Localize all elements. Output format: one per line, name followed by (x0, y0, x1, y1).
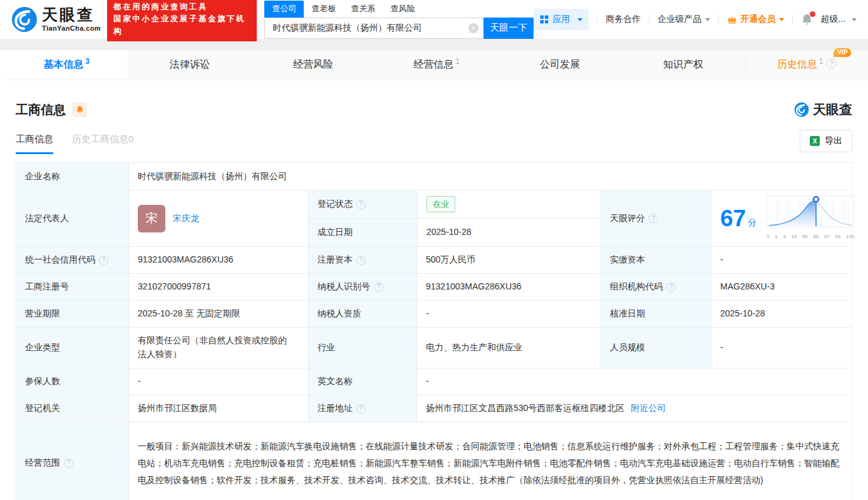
apps-menu[interactable]: 应用 (534, 9, 589, 30)
credit-code-label: 统一社会信用代码 (16, 247, 128, 273)
nearby-companies-link[interactable]: 附近公司 (631, 402, 666, 415)
legal-rep-name-link[interactable]: 宋庆龙 (173, 212, 199, 226)
search-tab-relation[interactable]: 查关系 (343, 1, 383, 18)
score-distribution-chart: 01 315 5085 9799 100 (767, 195, 854, 241)
table-row: 工商注册号 321027000997871 纳税人识别号 91321003MAG… (16, 273, 852, 300)
table-row: 登记机关 扬州市邗江区数据局 注册地址 扬州市邗江区文昌西路530号西部客运枢纽… (16, 395, 852, 422)
tab-operation-risk[interactable]: 经营风险 (251, 50, 375, 80)
watermark-logo: 天眼查 (794, 101, 852, 118)
chevron-down-icon (852, 18, 857, 21)
search-tab-boss[interactable]: 查老板 (304, 1, 343, 18)
divider (792, 15, 793, 24)
address-value: 扬州市邗江区文昌西路530号西部客运枢纽四楼北区 附近公司 (416, 395, 852, 422)
score-unit: 分 (748, 216, 757, 230)
search-box: 天眼一下 (264, 18, 534, 39)
business-term-value: 2025-10-28 至 无固定期限 (128, 301, 308, 327)
insured-label: 参保人数 (16, 368, 128, 395)
help-icon[interactable] (356, 256, 366, 265)
company-type-label: 企业类型 (16, 328, 128, 368)
help-icon[interactable] (356, 200, 366, 209)
search-input[interactable] (265, 18, 468, 38)
search-tab-risk[interactable]: 查风险 (383, 1, 422, 18)
business-info-table: 企业名称 时代骐骥新能源科技（扬州）有限公司 法定代表人 宋 宋庆龙 登记状态 … (16, 162, 852, 500)
scope-value: 一般项目：新兴能源技术研发；新能源汽车换电设施销售；在线能源计量技术研发；合同能… (128, 422, 852, 500)
table-subrow: 成立日期 2025-10-28 (309, 218, 601, 246)
table-row: 企业名称 时代骐骥新能源科技（扬州）有限公司 (16, 163, 852, 190)
search-tab-company[interactable]: 查公司 (264, 1, 304, 18)
notifications-bell[interactable] (801, 13, 813, 26)
chevron-down-icon (779, 18, 784, 21)
subtab-history-business-info[interactable]: 历史工商信息0 (72, 133, 133, 152)
company-tabbar: 基本信息 3 法律诉讼 经营风险 经营信息 1 公司发展 知识产权 历史信息 1… (5, 50, 868, 80)
table-row: 经营范围 一般项目：新兴能源技术研发；新能源汽车换电设施销售；在线能源计量技术研… (16, 422, 852, 500)
paid-capital-value: - (711, 247, 852, 273)
brand-slogan: 都在用的商业查询工具 国家中小企业发展子基金旗下机构 (107, 0, 257, 41)
insured-value: - (128, 368, 308, 395)
search-tabs: 查公司 查老板 查关系 查风险 (264, 1, 534, 18)
industry-label: 行业 (308, 328, 416, 368)
staff-size-value: - (711, 328, 852, 368)
score-axis-ticks: 01 315 5085 9799 100 (767, 233, 854, 241)
tianyancha-logo[interactable]: 天眼查 TianYanCha.com (11, 6, 101, 33)
help-icon[interactable] (64, 459, 73, 468)
reg-status-value: 在业 (417, 190, 601, 218)
tab-count: 3 (85, 57, 90, 66)
legal-rep-value: 宋 宋庆龙 (128, 190, 308, 246)
chevron-down-icon (705, 18, 710, 21)
company-type-value: 有限责任公司（非自然人投资或控股的法人独资） (128, 328, 308, 368)
subtab-business-info[interactable]: 工商信息 (16, 133, 53, 154)
org-code-label: 组织机构代码 (601, 274, 711, 300)
tab-company-development[interactable]: 公司发展 (498, 50, 621, 80)
excel-icon (810, 136, 820, 146)
status-date-stack: 登记状态 在业 成立日期 2025-10-28 (308, 190, 601, 246)
staff-size-label: 人员规模 (601, 328, 711, 368)
table-row: 统一社会信用代码 91321003MAG286XU36 注册资本 500万人民币… (16, 246, 852, 273)
reg-number-label: 工商注册号 (16, 274, 128, 300)
search-area: 查公司 查老板 查关系 查风险 天眼一下 (264, 1, 534, 39)
status-badge: 在业 (426, 196, 455, 212)
table-subrow: 登记状态 在业 (309, 190, 601, 218)
help-icon[interactable] (649, 214, 658, 223)
notification-dot (810, 11, 815, 17)
help-icon[interactable] (666, 283, 676, 292)
company-name-value: 时代骐骥新能源科技（扬州）有限公司 (128, 163, 852, 190)
approval-date-label: 核准日期 (601, 301, 711, 327)
header-nav: 应用 商务合作 企业级产品 开通会员 (534, 9, 857, 30)
export-button[interactable]: 导出 (800, 130, 852, 152)
credit-code-value: 91321003MAG286XU36 (128, 247, 308, 273)
registry-label: 登记机关 (16, 395, 128, 422)
tab-history-info[interactable]: 历史信息 1 VIP (745, 50, 868, 80)
taxpayer-quality-value: - (416, 301, 601, 327)
table-row: 企业类型 有限责任公司（非自然人投资或控股的法人独资） 行业 电力、热力生产和供… (16, 327, 852, 368)
brand-name: 天眼查 (42, 7, 101, 23)
score-label: 天眼评分 (601, 190, 711, 246)
tab-count: 1 (455, 57, 460, 66)
taxpayer-id-value: 91321003MAG286XU36 (416, 274, 601, 300)
nav-enterprise-products[interactable]: 企业级产品 (658, 14, 710, 25)
tab-operation-info[interactable]: 经营信息 1 (375, 50, 498, 80)
tab-legal-litigation[interactable]: 法律诉讼 (128, 50, 251, 80)
help-icon[interactable] (99, 256, 108, 265)
org-code-value: MAG286XU-3 (711, 274, 852, 300)
help-icon[interactable] (374, 283, 383, 292)
search-button[interactable]: 天眼一下 (483, 18, 534, 39)
score-value: 67 (720, 207, 746, 230)
reg-status-label: 登记状态 (309, 190, 417, 218)
logo-swirl-icon (794, 102, 809, 117)
nav-user-menu[interactable]: 超级... (820, 14, 857, 25)
tab-basic-info[interactable]: 基本信息 3 (5, 50, 128, 80)
clear-search-icon[interactable] (468, 23, 478, 33)
nav-business-cooperation[interactable]: 商务合作 (606, 14, 641, 25)
help-icon[interactable] (356, 404, 366, 414)
help-icon[interactable] (827, 59, 836, 68)
tab-intellectual-property[interactable]: 知识产权 (621, 50, 745, 80)
section-header: 工商信息 天眼查 (16, 101, 852, 118)
reg-capital-value: 500万人民币 (416, 247, 601, 273)
apps-icon (540, 15, 549, 24)
industry-value: 电力、热力生产和供应业 (416, 328, 601, 368)
paid-capital-label: 实缴资本 (601, 247, 711, 273)
legal-rep-avatar[interactable]: 宋 (138, 205, 165, 232)
subscribe-bell-button[interactable] (72, 102, 87, 117)
vip-badge: VIP (834, 48, 851, 57)
nav-open-vip[interactable]: 开通会员 (727, 14, 784, 25)
